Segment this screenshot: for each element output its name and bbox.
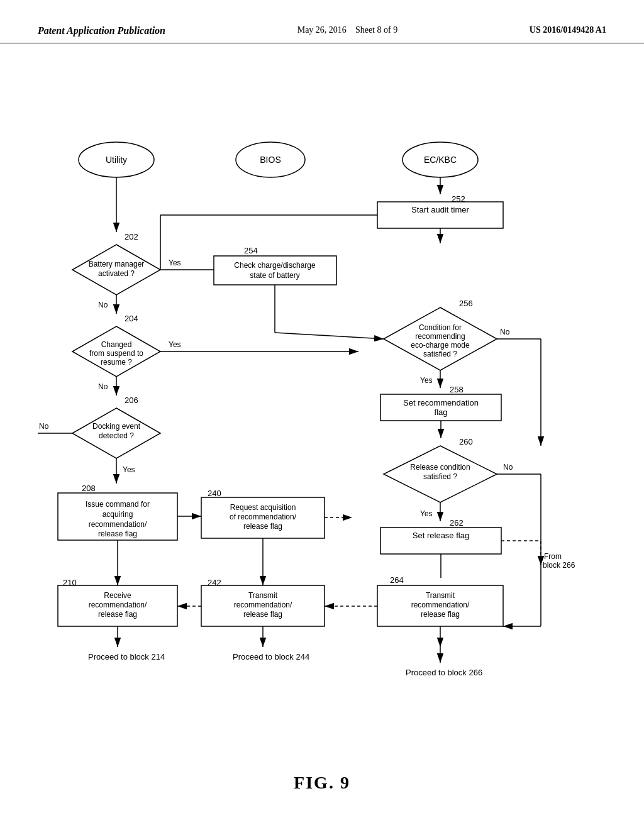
svg-text:EC/KBC: EC/KBC	[424, 155, 457, 165]
svg-text:Proceed to block 244: Proceed to block 244	[233, 652, 309, 661]
svg-text:Issue command for: Issue command for	[86, 500, 150, 509]
svg-text:Transmit: Transmit	[426, 591, 455, 600]
svg-text:Check charge/discharge: Check charge/discharge	[234, 261, 316, 270]
svg-text:Proceed to block 214: Proceed to block 214	[88, 652, 165, 661]
svg-text:Yes: Yes	[169, 340, 181, 349]
svg-text:recommendation/: recommendation/	[89, 520, 147, 529]
svg-text:256: 256	[459, 299, 473, 308]
svg-text:resume ?: resume ?	[101, 358, 132, 367]
svg-text:260: 260	[459, 437, 473, 446]
svg-text:recommendation/: recommendation/	[234, 600, 292, 609]
svg-text:satisfied ?: satisfied ?	[423, 350, 457, 358]
svg-text:254: 254	[244, 246, 258, 255]
svg-text:of recommendation/: of recommendation/	[230, 512, 297, 521]
svg-text:Condition for: Condition for	[419, 323, 462, 332]
figure-label: FIG. 9	[0, 766, 644, 805]
svg-text:206: 206	[125, 396, 138, 405]
svg-text:release flag: release flag	[98, 529, 137, 538]
svg-text:eco-charge mode: eco-charge mode	[411, 341, 470, 350]
svg-text:Yes: Yes	[420, 376, 433, 385]
svg-text:Set recommendation: Set recommendation	[403, 398, 479, 407]
sheet: Sheet 8 of 9	[355, 25, 397, 35]
svg-text:Docking event: Docking event	[92, 422, 141, 431]
svg-text:Utility: Utility	[106, 155, 127, 165]
svg-text:from suspend to: from suspend to	[89, 349, 143, 358]
svg-text:Release condition: Release condition	[410, 463, 470, 472]
page-header: Patent Application Publication May 26, 2…	[0, 0, 644, 43]
svg-text:240: 240	[208, 489, 221, 498]
svg-text:BIOS: BIOS	[260, 155, 280, 165]
svg-text:Battery manager: Battery manager	[89, 260, 145, 268]
svg-text:No: No	[503, 463, 513, 472]
svg-text:release flag: release flag	[98, 610, 137, 619]
publication-label: Patent Application Publication	[38, 25, 165, 36]
svg-text:release flag: release flag	[243, 610, 282, 619]
svg-text:release flag: release flag	[243, 522, 282, 531]
date: May 26, 2016	[297, 25, 347, 35]
svg-text:264: 264	[390, 575, 404, 585]
svg-text:From: From	[544, 552, 562, 561]
svg-text:208: 208	[82, 484, 96, 493]
svg-text:acquiring: acquiring	[103, 510, 133, 519]
svg-text:262: 262	[450, 518, 464, 528]
svg-text:release flag: release flag	[421, 610, 460, 619]
svg-text:block 266: block 266	[543, 561, 575, 570]
svg-line-39	[275, 333, 384, 339]
svg-text:204: 204	[125, 314, 138, 323]
svg-text:Proceed to block 266: Proceed to block 266	[406, 668, 482, 677]
svg-text:activated ?: activated ?	[98, 269, 135, 278]
svg-text:Request acquisition: Request acquisition	[230, 503, 296, 512]
svg-text:Yes: Yes	[169, 258, 181, 267]
patent-number: US 2016/0149428 A1	[530, 25, 606, 35]
svg-text:state of battery: state of battery	[250, 271, 299, 280]
svg-text:Changed: Changed	[101, 340, 132, 349]
svg-text:Receive: Receive	[104, 591, 131, 600]
svg-text:recommending: recommending	[415, 332, 465, 341]
diagram-area: Utility BIOS EC/KBC 252 Start audit time…	[0, 43, 644, 766]
svg-rect-19	[214, 256, 336, 285]
svg-text:No: No	[39, 422, 49, 431]
svg-text:satisfied ?: satisfied ?	[423, 472, 457, 481]
svg-text:Transmit: Transmit	[248, 591, 278, 600]
svg-text:recommendation/: recommendation/	[411, 600, 470, 609]
flowchart-svg: Utility BIOS EC/KBC 252 Start audit time…	[0, 43, 644, 766]
svg-text:Set release flag: Set release flag	[413, 531, 469, 540]
svg-text:No: No	[98, 382, 108, 391]
svg-text:detected ?: detected ?	[99, 431, 134, 440]
svg-text:Yes: Yes	[123, 465, 135, 474]
svg-text:flag: flag	[435, 407, 448, 417]
svg-text:258: 258	[450, 385, 464, 394]
svg-text:recommendation/: recommendation/	[89, 600, 147, 609]
svg-text:No: No	[98, 301, 108, 309]
svg-text:Yes: Yes	[420, 509, 433, 518]
svg-text:Start audit timer: Start audit timer	[411, 205, 469, 214]
svg-text:No: No	[500, 328, 510, 336]
sheet-info: May 26, 2016 Sheet 8 of 9	[297, 25, 397, 35]
svg-text:202: 202	[125, 232, 138, 241]
